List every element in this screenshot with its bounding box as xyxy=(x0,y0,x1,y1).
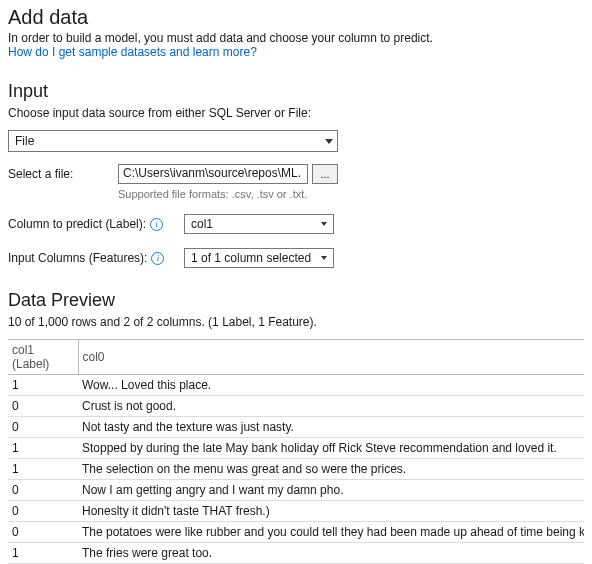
features-label: Input Columns (Features): xyxy=(8,251,147,265)
help-link[interactable]: How do I get sample datasets and learn m… xyxy=(8,45,257,59)
table-row: 1The selection on the menu was great and… xyxy=(8,459,584,480)
features-value: 1 of 1 column selected xyxy=(191,251,311,265)
data-preview-table: col1 (Label) col0 1Wow... Loved this pla… xyxy=(8,339,584,564)
preview-summary: 10 of 1,000 rows and 2 of 2 columns. (1 … xyxy=(8,315,584,329)
column-header-label: col1 (Label) xyxy=(8,340,78,375)
table-row: 1Stopped by during the late May bank hol… xyxy=(8,438,584,459)
table-row: 0Crust is not good. xyxy=(8,396,584,417)
file-label: Select a file: xyxy=(8,167,118,181)
chevron-down-icon xyxy=(321,256,327,260)
table-row: 1The fries were great too. xyxy=(8,543,584,564)
page-description: In order to build a model, you must add … xyxy=(8,31,584,45)
label-column-select[interactable]: col1 xyxy=(184,214,334,234)
data-source-select[interactable]: File xyxy=(8,130,338,152)
chevron-down-icon xyxy=(321,222,327,226)
info-icon[interactable]: i xyxy=(150,218,163,231)
input-instruction: Choose input data source from either SQL… xyxy=(8,106,584,120)
page-title: Add data xyxy=(8,6,584,29)
table-row: 0Now I am getting angry and I want my da… xyxy=(8,480,584,501)
data-source-value: File xyxy=(15,134,34,148)
label-column-value: col1 xyxy=(191,217,213,231)
table-row: 1Wow... Loved this place. xyxy=(8,375,584,396)
table-row: 0The potatoes were like rubber and you c… xyxy=(8,522,584,543)
column-header-col0: col0 xyxy=(78,340,584,375)
file-format-hint: Supported file formats: .csv, .tsv or .t… xyxy=(118,188,584,200)
label-column-label: Column to predict (Label): xyxy=(8,217,146,231)
chevron-down-icon xyxy=(325,139,333,144)
input-heading: Input xyxy=(8,81,584,102)
preview-heading: Data Preview xyxy=(8,290,584,311)
file-path-input[interactable]: C:\Users\ivanm\source\repos\ML. xyxy=(118,164,308,184)
table-row: 0Not tasty and the texture was just nast… xyxy=(8,417,584,438)
features-select[interactable]: 1 of 1 column selected xyxy=(184,248,334,268)
table-row: 0Honeslty it didn't taste THAT fresh.) xyxy=(8,501,584,522)
browse-button[interactable]: ... xyxy=(312,164,338,184)
info-icon[interactable]: i xyxy=(151,252,164,265)
